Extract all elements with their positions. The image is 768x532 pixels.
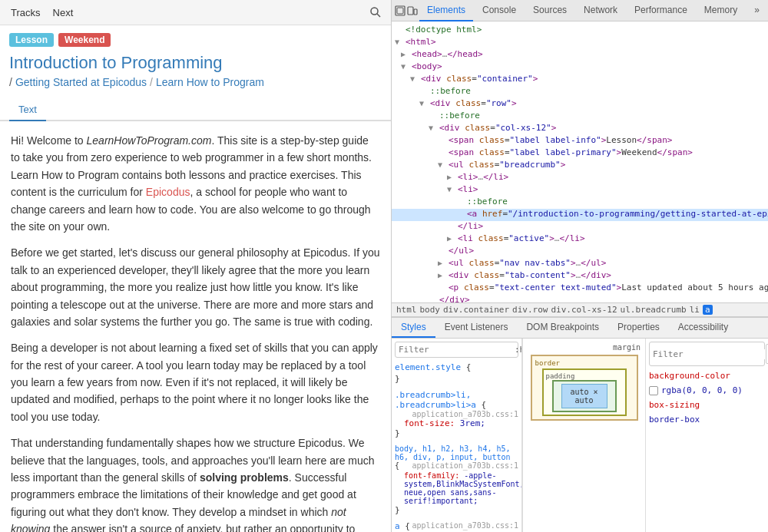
device-icon <box>407 5 418 16</box>
code-line: <span class="label label-info">Lesson</s… <box>392 135 768 147</box>
breadcrumb: / Getting Started at Epicodus / Learn Ho… <box>9 76 382 88</box>
code-line: ▼<ul class="breadcrumb"> <box>392 160 768 172</box>
boxmodel-margin-top-label: margin <box>613 343 641 352</box>
code-line: ▶<li>…</li> <box>392 172 768 184</box>
devtools-tab-network[interactable]: Network <box>576 0 625 21</box>
paragraph-3: Being a developer is not about learning … <box>11 339 380 425</box>
svg-rect-5 <box>414 9 417 15</box>
style-selector: .breadcrumb>li, .breadcrumb>li>a {applic… <box>395 390 518 410</box>
devtools-device-btn[interactable] <box>407 3 418 18</box>
style-selector: body, h1, h2, h3, h4, h5, h6, div, p, in… <box>395 444 518 470</box>
devtools-inspect-btn[interactable] <box>395 3 406 18</box>
breadcrumb-sep2: / <box>150 76 153 88</box>
style-close: } <box>395 505 518 515</box>
style-block-element: element.style { } <box>395 362 518 384</box>
devtools-code-area[interactable]: <!doctype html> ▼<html> ▶<head>…</head> … <box>392 21 768 302</box>
bold-text-1: solving problems <box>200 471 289 484</box>
boxmodel-padding: auto × auto <box>552 380 617 412</box>
paragraph-4: That understanding fundamentally shapes … <box>11 435 380 532</box>
devtools-bottom-tabs: Styles Event Listeners DOM Breakpoints P… <box>392 318 768 339</box>
code-line: ▶<head>…</head> <box>392 49 768 61</box>
code-line: <span class="label label-primary">Weeken… <box>392 147 768 160</box>
filter-right-input[interactable] <box>653 349 766 359</box>
paragraph-2: Before we get started, let's discuss our… <box>11 244 380 330</box>
tab-dom-breakpoints[interactable]: DOM Breakpoints <box>517 318 608 338</box>
tab-accessibility[interactable]: Accessibility <box>669 318 737 338</box>
code-line: ▼<body> <box>392 61 768 74</box>
filter-pseudo-label[interactable]: :hov <box>515 345 522 355</box>
code-line: ::before <box>392 197 768 209</box>
breadcrumb-link-2[interactable]: Learn How to Program <box>156 76 264 88</box>
code-line: ▼<div class="row"> <box>392 98 768 111</box>
style-block-breadcrumb: .breadcrumb>li, .breadcrumb>li>a {applic… <box>395 390 518 438</box>
breadcrumb-li[interactable]: li <box>690 305 700 315</box>
code-line: <p class="text-center text-muted">Last u… <box>392 283 768 295</box>
styles-filter-input[interactable] <box>399 345 511 355</box>
tab-properties[interactable]: Properties <box>608 318 669 338</box>
boxmodel-border: padding auto × auto <box>542 368 627 416</box>
devtools-tab-elements[interactable]: Elements <box>419 0 473 21</box>
code-line: </li> <box>392 221 768 233</box>
devtools-panel: Elements Console Sources Network Perform… <box>392 0 768 532</box>
devtools-tab-sources[interactable]: Sources <box>525 0 574 21</box>
devtools-bottom-content: :hov .cls + element.style { } .breadcrum… <box>392 339 768 532</box>
color-row-3: box-sizing <box>649 400 765 410</box>
styles-panel[interactable]: :hov .cls + element.style { } .breadcrum… <box>392 339 522 532</box>
svg-rect-3 <box>397 8 403 14</box>
code-line: ▶<li class="active">…</li> <box>392 233 768 246</box>
code-line: ::before <box>392 86 768 98</box>
breadcrumb-link-1[interactable]: Getting Started at Epicodus <box>15 76 147 88</box>
devtools-tab-memory[interactable]: Memory <box>697 0 745 21</box>
breadcrumb-ul[interactable]: ul.breadcrumb <box>621 305 687 315</box>
tab-event-listeners[interactable]: Event Listeners <box>435 318 518 338</box>
epicodus-link[interactable]: Epicodus <box>146 186 190 198</box>
style-close: } <box>395 374 518 384</box>
color-row-1: background-color <box>649 371 765 381</box>
lesson-badge: Lesson <box>9 33 54 47</box>
search-icon <box>369 6 382 18</box>
boxmodel-content: auto × auto <box>561 384 607 408</box>
tab-styles[interactable]: Styles <box>392 318 435 338</box>
code-line: ▼<div class="col-xs-12"> <box>392 123 768 135</box>
tracks-button[interactable]: Tracks <box>8 5 44 20</box>
breadcrumb-a[interactable]: a <box>703 305 713 315</box>
devtools-breadcrumb-bar: html body div.container div.row div.col-… <box>392 302 768 317</box>
devtools-tab-more[interactable]: » <box>746 0 767 21</box>
code-line: </ul> <box>392 246 768 258</box>
weekend-badge: Weekend <box>58 33 111 47</box>
devtools-toolbar: Elements Console Sources Network Perform… <box>392 0 768 21</box>
tab-text[interactable]: Text <box>9 99 46 121</box>
code-line: ::before <box>392 111 768 123</box>
filter-right-bar: Show all <box>649 342 765 366</box>
code-line-selected[interactable]: <a href="/introduction-to-programming/ge… <box>392 209 768 221</box>
style-selector: a {application_a703b.css:1 <box>395 521 518 531</box>
style-close: } <box>395 428 518 438</box>
code-line: ▼<div class="container"> <box>392 74 768 86</box>
style-selector: element.style { <box>395 362 518 372</box>
italic-text-2: not knowing <box>11 506 346 532</box>
top-nav: Tracks Next <box>0 0 391 25</box>
italic-text-1: LearnHowToProgram.com <box>87 134 212 147</box>
breadcrumb-body[interactable]: body <box>420 305 441 315</box>
devtools-tab-console[interactable]: Console <box>475 0 524 21</box>
devtools-tab-performance[interactable]: Performance <box>627 0 695 21</box>
tab-bar: Text <box>0 99 391 121</box>
badge-row: Lesson Weekend <box>9 33 382 47</box>
page-title: Introduction to Programming <box>9 53 382 73</box>
next-button[interactable]: Next <box>50 5 77 20</box>
bg-color-swatch[interactable] <box>649 386 658 395</box>
page-header: Lesson Weekend Introduction to Programmi… <box>0 25 391 91</box>
inspect-icon <box>395 5 406 16</box>
search-button[interactable] <box>368 5 383 20</box>
style-block-a1: a {application_a703b.css:1 color: #d9230… <box>395 521 518 532</box>
svg-point-0 <box>371 8 378 15</box>
breadcrumb-html[interactable]: html <box>396 305 417 315</box>
breadcrumb-div-row[interactable]: div.row <box>512 305 548 315</box>
code-line: ▶<div class="tab-content">…</div> <box>392 270 768 283</box>
box-model: margin border padding auto × auto <box>522 339 645 532</box>
code-line: ▼<html> <box>392 37 768 49</box>
svg-line-1 <box>377 14 380 17</box>
color-row-4: border-box <box>649 415 765 425</box>
breadcrumb-div-container[interactable]: div.container <box>443 305 509 315</box>
breadcrumb-div-col[interactable]: div.col-xs-12 <box>551 305 617 315</box>
